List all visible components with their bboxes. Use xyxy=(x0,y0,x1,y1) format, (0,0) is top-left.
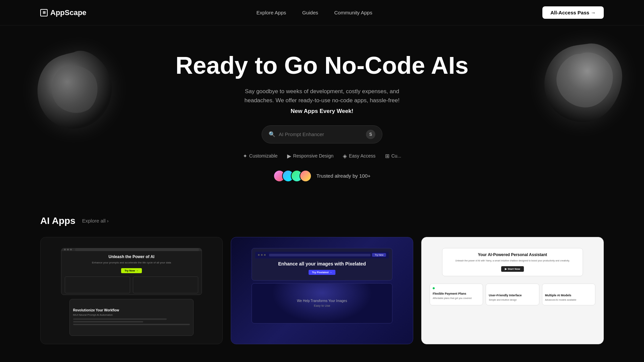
card-1-inner: Unleash the Power of AI Enhance your pro… xyxy=(41,237,222,344)
responsive-label: Responsive Design xyxy=(293,153,334,159)
decorative-shape-right xyxy=(537,36,631,129)
ai-apps-section: AI Apps Explore all › xyxy=(0,202,644,362)
section-title: AI Apps xyxy=(40,216,75,226)
easy-access-label: Easy Access xyxy=(349,153,375,159)
card-3-feature-2: A User-Friendly Interface Simple and int… xyxy=(486,284,539,305)
card-1-top-title: Unleash the Power of AI xyxy=(65,254,198,259)
card-2-bottom-subtitle: Easy to Use xyxy=(297,304,347,307)
card-1-bottom-mockup: Revolutionize Your Workflow MUI Neural P… xyxy=(69,299,194,336)
search-container: 🔍 S xyxy=(262,125,382,143)
card-3-feature-3-text: Advanced AI models available xyxy=(545,298,592,302)
logo-text: AppScape xyxy=(50,8,87,17)
trust-section: Trusted already by 100+ xyxy=(273,170,371,182)
hero-section: Ready to Go No-Code AIs Say goodbye to w… xyxy=(0,25,644,202)
nav-community-apps[interactable]: Community Apps xyxy=(334,10,372,15)
customizable-icon: ✦ xyxy=(243,153,247,159)
logo-icon: ⊞ xyxy=(40,9,48,16)
card-3-feature-2-text: Simple and intuitive design xyxy=(489,298,536,302)
search-button[interactable]: S xyxy=(366,130,375,139)
card-2-title: Enhance all your images with Pixelated xyxy=(255,261,389,266)
chevron-right-icon: › xyxy=(107,218,109,224)
trust-text: Trusted already by 100+ xyxy=(316,173,371,179)
feature-tag-extra: ⊞ Cu... xyxy=(385,153,401,159)
card-3-feature-3: ⊞ Multiple AI Models Advanced AI models … xyxy=(542,284,595,305)
feature-tag-responsive: ▶ Responsive Design xyxy=(287,153,334,159)
card-3-feature-1: Flexible Payment Plans Affordable plans … xyxy=(430,284,483,305)
card-1-bottom-title: Revolutionize Your Workflow xyxy=(73,308,190,312)
card-1-bottom-subtitle: MUI Neural Prompt AI Automaton xyxy=(73,313,190,316)
app-card-2[interactable]: Try New Enhance all your images with Pix… xyxy=(231,237,413,344)
nav-explore-apps[interactable]: Explore Apps xyxy=(257,10,286,15)
extra-icon: ⊞ xyxy=(385,153,389,159)
app-card-3[interactable]: Your AI-Powered Personal Assistant Unlea… xyxy=(421,237,604,344)
card-2-bottom: We Help Transforms Your Images Easy to U… xyxy=(252,283,392,323)
app-cards-grid: Unleash the Power of AI Enhance your pro… xyxy=(40,237,604,344)
card-1-top-subtitle: Enhance your prompts and accelerate the … xyxy=(65,261,198,264)
app-card-1[interactable]: Unleash the Power of AI Enhance your pro… xyxy=(40,237,223,344)
card-1-top-mockup: Unleash the Power of AI Enhance your pro… xyxy=(61,248,202,295)
card-3-subtitle: Unleash the power of AI with Yamy, a sma… xyxy=(446,259,579,262)
decorative-shape-left xyxy=(27,42,121,136)
feature-tag-customizable: ✦ Customizable xyxy=(243,153,278,159)
search-icon: 🔍 xyxy=(269,131,275,137)
navbar: ⊞ AppScape Explore Apps Guides Community… xyxy=(0,0,644,25)
card-3-feature-1-text: Affordable plans that get you covered xyxy=(433,297,480,300)
card-3-title: Your AI-Powered Personal Assistant xyxy=(446,252,579,257)
responsive-icon: ▶ xyxy=(287,153,291,159)
card-3-top-mock: Your AI-Powered Personal Assistant Unlea… xyxy=(442,248,583,277)
card-1-top-btn: Try Now → xyxy=(121,268,142,273)
explore-all-label: Explore all xyxy=(82,218,106,224)
hero-subtitle: Say goodbye to weeks of development, cos… xyxy=(238,87,406,105)
logo[interactable]: ⊞ AppScape xyxy=(40,8,87,17)
card-3-feature-1-title: Flexible Payment Plans xyxy=(433,292,480,295)
trust-avatars xyxy=(273,170,312,182)
nav-guides[interactable]: Guides xyxy=(302,10,318,15)
customizable-label: Customizable xyxy=(249,153,278,159)
card-3-features: Flexible Payment Plans Affordable plans … xyxy=(430,284,595,305)
extra-label: Cu... xyxy=(391,153,401,159)
card-3-cta: ▶ Start Now xyxy=(501,266,524,272)
card-3-inner: Your AI-Powered Personal Assistant Unlea… xyxy=(422,237,603,344)
nav-links: Explore Apps Guides Community Apps xyxy=(257,10,372,15)
hero-highlight: New Apps Every Week! xyxy=(290,108,353,115)
explore-all-link[interactable]: Explore all › xyxy=(82,218,109,224)
card-2-bottom-title: We Help Transforms Your Images xyxy=(297,299,347,303)
hero-title: Ready to Go No-Code AIs xyxy=(175,52,468,79)
card-2-inner: Try New Enhance all your images with Pix… xyxy=(231,237,413,344)
easy-access-icon: ◈ xyxy=(343,153,347,159)
card-3-feature-2-title: User-Friendly Interface xyxy=(489,294,536,297)
search-input[interactable] xyxy=(279,131,363,137)
feature-tag-easy-access: ◈ Easy Access xyxy=(343,153,375,159)
all-access-pass-button[interactable]: All-Access Pass → xyxy=(542,6,604,19)
section-header: AI Apps Explore all › xyxy=(40,216,604,226)
card-2-cta: Try Pixelated → xyxy=(309,270,335,275)
card-3-feature-3-title: Multiple AI Models xyxy=(545,294,592,297)
feature-tags: ✦ Customizable ▶ Responsive Design ◈ Eas… xyxy=(243,153,401,159)
avatar-4 xyxy=(300,170,312,182)
card-2-browser-mock: Try New Enhance all your images with Pix… xyxy=(252,248,392,281)
search-box: 🔍 S xyxy=(262,125,382,143)
